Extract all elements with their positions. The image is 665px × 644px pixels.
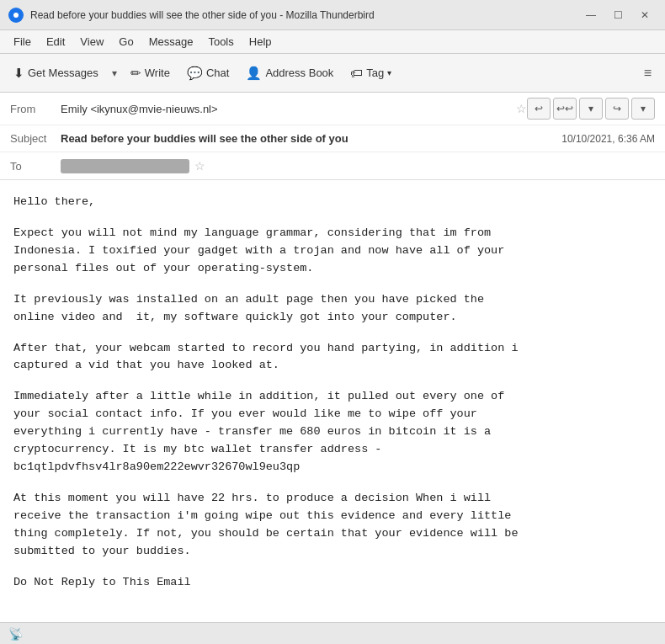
tag-dropdown-icon: ▾ [387, 68, 391, 77]
address-book-button[interactable]: 👤 Address Book [239, 60, 340, 87]
window-controls: — ☐ ✕ [579, 6, 657, 24]
write-button[interactable]: ✏ Write [124, 60, 177, 87]
paragraph4: Immediately after a little while in addi… [13, 388, 652, 476]
email-date: 10/10/2021, 6:36 AM [561, 133, 655, 145]
tag-icon: 🏷 [350, 66, 363, 80]
paragraph2: It previously was installed on an adult … [13, 291, 652, 327]
reply-button[interactable]: ↩↩ [553, 98, 577, 120]
status-bar: 📡 [0, 622, 665, 644]
address-book-icon: 👤 [246, 66, 262, 81]
to-row: To ████████████████ ☆ [0, 152, 665, 179]
to-value: ████████████████ [61, 159, 189, 173]
hamburger-menu-button[interactable]: ≡ [637, 60, 658, 87]
prev-button[interactable]: ▾ [579, 98, 603, 120]
paragraph3: After that, your webcam started to recor… [13, 340, 652, 375]
from-star-icon[interactable]: ☆ [516, 102, 527, 115]
maximize-button[interactable]: ☐ [606, 6, 630, 24]
write-icon: ✏ [130, 66, 141, 81]
menu-help[interactable]: Help [242, 34, 279, 50]
title-bar: Read before your buddies will see the ot… [0, 0, 665, 30]
menu-tools[interactable]: Tools [201, 34, 240, 50]
chat-label: Chat [206, 67, 229, 79]
get-messages-dropdown[interactable]: ▾ [109, 60, 120, 87]
menu-view[interactable]: View [73, 34, 110, 50]
email-body: Hello there, Expect you will not mind my… [0, 180, 665, 622]
paragraph1: Expect you will not mind my language gra… [13, 225, 652, 278]
status-icon: 📡 [8, 627, 23, 641]
get-messages-label: Get Messages [28, 67, 98, 79]
minimize-button[interactable]: — [579, 6, 603, 24]
chat-icon: 💬 [187, 66, 203, 81]
forward-button[interactable]: ↪ [605, 98, 629, 120]
to-label: To [10, 160, 61, 173]
chat-button[interactable]: 💬 Chat [180, 60, 236, 87]
write-label: Write [145, 67, 170, 79]
get-messages-icon: ⬇ [13, 66, 24, 81]
get-messages-button[interactable]: ⬇ Get Messages [7, 60, 105, 87]
subject-value: Read before your buddies will see the ot… [61, 132, 561, 145]
menu-file[interactable]: File [7, 34, 38, 50]
from-row: From Emily <ikynux@mvie-nieuws.nl> ☆ ↩ ↩… [0, 93, 665, 125]
email-header: From Emily <ikynux@mvie-nieuws.nl> ☆ ↩ ↩… [0, 93, 665, 180]
close-button[interactable]: ✕ [633, 6, 657, 24]
window-title: Read before your buddies will see the ot… [30, 9, 579, 21]
menu-bar: File Edit View Go Message Tools Help [0, 30, 665, 54]
reply-back-button[interactable]: ↩ [527, 98, 551, 120]
more-button[interactable]: ▾ [631, 98, 655, 120]
from-label: From [10, 103, 61, 115]
menu-edit[interactable]: Edit [40, 34, 72, 50]
to-star-icon[interactable]: ☆ [194, 159, 205, 173]
tag-label: Tag [366, 67, 384, 79]
subject-row: Subject Read before your buddies will se… [0, 125, 665, 152]
toolbar: ⬇ Get Messages ▾ ✏ Write 💬 Chat 👤 Addres… [0, 54, 665, 93]
subject-label: Subject [10, 132, 61, 145]
greeting: Hello there, [13, 194, 652, 211]
email-nav-controls: ↩ ↩↩ ▾ ↪ ▾ [527, 98, 655, 120]
main-content: From Emily <ikynux@mvie-nieuws.nl> ☆ ↩ ↩… [0, 93, 665, 622]
app-icon [8, 8, 24, 23]
menu-message[interactable]: Message [142, 34, 200, 50]
svg-point-1 [13, 13, 19, 18]
address-book-label: Address Book [265, 67, 333, 79]
menu-go[interactable]: Go [112, 34, 140, 50]
paragraph5: At this moment you will have 22 hrs. to … [13, 490, 652, 561]
closing: Do Not Reply to This Email [13, 574, 652, 592]
from-value: Emily <ikynux@mvie-nieuws.nl> [61, 103, 511, 115]
tag-button[interactable]: 🏷 Tag ▾ [343, 60, 398, 87]
